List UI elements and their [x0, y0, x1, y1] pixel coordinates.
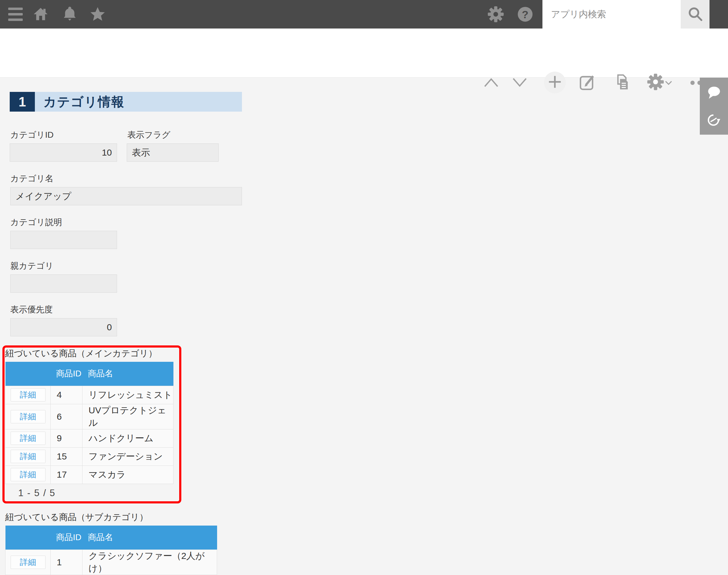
- table-header-row: 商品ID 商品名: [5, 526, 217, 549]
- record-settings-gear-icon[interactable]: [647, 73, 664, 92]
- search-button[interactable]: [681, 0, 709, 29]
- gear-dropdown-chevron-icon[interactable]: [665, 80, 672, 87]
- product-id-column-header: 商品ID: [50, 526, 82, 549]
- svg-text:?: ?: [522, 8, 528, 21]
- field-value-category-description: [10, 231, 117, 249]
- table-header-row: 商品ID 商品名: [5, 362, 173, 386]
- top-navigation-bar: ?: [0, 0, 728, 29]
- product-id-cell: 4: [50, 386, 82, 404]
- field-label-parent-category: 親カテゴリ: [10, 260, 54, 272]
- field-label-category-name: カテゴリ名: [10, 173, 54, 184]
- field-label-display-flag: 表示フラグ: [127, 129, 170, 141]
- field-label-category-id: カテゴリID: [10, 129, 54, 141]
- product-id-cell: 9: [50, 429, 82, 447]
- product-id-cell: 15: [50, 447, 82, 466]
- duplicate-record-icon[interactable]: [614, 73, 631, 92]
- settings-gear-icon[interactable]: [488, 6, 504, 24]
- table-row: 詳細 1 クラシックソファー（2人がけ）: [5, 549, 217, 575]
- product-id-cell: 1: [50, 549, 82, 575]
- product-id-cell: 6: [50, 404, 82, 429]
- edit-record-icon[interactable]: [579, 73, 596, 92]
- main-category-table-title: 紐づいている商品（メインカテゴリ）: [5, 347, 157, 360]
- product-id-cell: 17: [50, 466, 82, 484]
- detail-button[interactable]: 詳細: [11, 432, 45, 445]
- field-value-display-flag: 表示: [127, 143, 219, 162]
- product-name-cell: リフレッシュミスト: [82, 386, 173, 404]
- table-row: 詳細 4 リフレッシュミスト: [5, 386, 173, 404]
- product-id-column-header: 商品ID: [50, 362, 82, 386]
- table-row: 詳細 6 UVプロテクトジェル: [5, 404, 173, 429]
- table-row: 詳細 9 ハンドクリーム: [5, 429, 173, 447]
- product-name-column-header: 商品名: [82, 362, 173, 386]
- main-category-products-table: 商品ID 商品名 詳細 4 リフレッシュミスト 詳細 6 UVプロテクトジェル …: [5, 362, 173, 484]
- detail-button[interactable]: 詳細: [11, 388, 45, 402]
- sub-category-table-title: 紐づいている商品（サブカテゴリ）: [5, 511, 148, 523]
- search-icon: [687, 6, 703, 23]
- hamburger-menu-icon[interactable]: [8, 8, 23, 24]
- table-row: 詳細 17 マスカラ: [5, 466, 173, 484]
- product-name-cell: UVプロテクトジェル: [82, 404, 173, 429]
- favorite-star-icon[interactable]: [90, 6, 106, 24]
- home-icon[interactable]: [33, 6, 48, 23]
- product-name-column-header: 商品名: [82, 526, 217, 549]
- product-name-cell: ハンドクリーム: [82, 429, 173, 447]
- page-title: カテゴリ情報: [43, 92, 125, 112]
- detail-button[interactable]: 詳細: [11, 468, 45, 481]
- plus-icon: [548, 75, 562, 90]
- field-value-category-id: 10: [10, 143, 117, 162]
- field-value-display-priority: 0: [10, 318, 117, 336]
- product-name-cell: ファンデーション: [82, 447, 173, 466]
- help-icon[interactable]: ?: [517, 6, 533, 23]
- app-search-input[interactable]: [543, 0, 681, 29]
- change-history-icon[interactable]: [706, 113, 721, 129]
- detail-button[interactable]: 詳細: [11, 410, 45, 424]
- notification-bell-icon[interactable]: [62, 6, 78, 23]
- pagination-status: 1 - 5 / 5: [18, 488, 56, 499]
- field-label-category-description: カテゴリ説明: [10, 216, 62, 228]
- detail-button[interactable]: 詳細: [11, 450, 45, 463]
- record-toolbar: [0, 29, 728, 78]
- record-side-panel: [700, 78, 728, 135]
- product-name-cell: マスカラ: [82, 466, 173, 484]
- sub-category-products-table: 商品ID 商品名 詳細 1 クラシックソファー（2人がけ） 詳細 10 アイブロ…: [5, 526, 217, 575]
- field-value-parent-category: [10, 274, 117, 293]
- table-row: 詳細 15 ファンデーション: [5, 447, 173, 466]
- detail-button[interactable]: 詳細: [11, 555, 45, 569]
- previous-record-chevron-up-icon[interactable]: [483, 77, 499, 89]
- field-value-category-name: メイクアップ: [10, 187, 242, 205]
- comments-bubble-icon[interactable]: [706, 85, 722, 102]
- detail-column-header: [5, 526, 50, 549]
- product-name-cell: クラシックソファー（2人がけ）: [82, 549, 217, 575]
- add-record-button[interactable]: [544, 72, 566, 93]
- next-record-chevron-down-icon[interactable]: [512, 77, 528, 89]
- section-number-badge: 1: [10, 92, 35, 112]
- detail-column-header: [5, 362, 50, 386]
- field-label-display-priority: 表示優先度: [10, 304, 53, 315]
